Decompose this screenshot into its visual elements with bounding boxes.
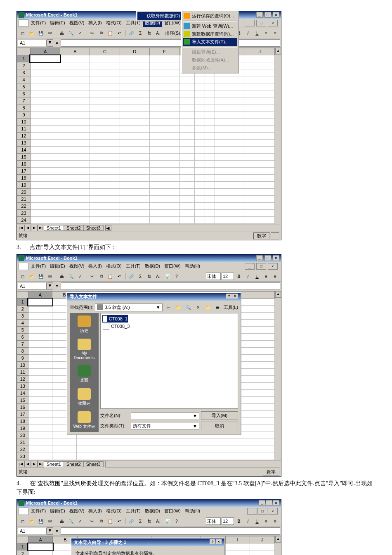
cell[interactable] xyxy=(90,210,120,217)
cell[interactable] xyxy=(179,76,195,83)
cell[interactable] xyxy=(60,126,90,133)
cell[interactable] xyxy=(245,69,274,76)
cell[interactable] xyxy=(60,133,90,140)
row-header[interactable]: 2 xyxy=(17,550,28,555)
back-icon[interactable]: ⇦ xyxy=(164,303,172,311)
font-size-select[interactable]: 12 xyxy=(222,273,234,280)
cell[interactable] xyxy=(52,453,77,460)
cell[interactable] xyxy=(30,217,60,224)
cell[interactable] xyxy=(194,203,205,210)
col-header[interactable]: A xyxy=(28,292,52,299)
cell[interactable] xyxy=(194,97,205,104)
cell[interactable] xyxy=(30,97,60,104)
tab-nav-next-icon[interactable]: ▶ xyxy=(31,461,38,467)
row-header[interactable]: 16 xyxy=(17,404,28,411)
row-header[interactable]: 22 xyxy=(17,203,31,210)
menu-tools[interactable]: 工具(T) xyxy=(124,508,142,515)
cell[interactable] xyxy=(245,147,274,154)
cell[interactable] xyxy=(250,543,275,550)
cell[interactable] xyxy=(194,189,205,196)
name-box[interactable]: A1 xyxy=(18,528,47,534)
cell[interactable] xyxy=(149,196,179,203)
cell[interactable] xyxy=(149,189,179,196)
cell[interactable] xyxy=(120,97,149,104)
copy-icon[interactable]: ⧉ xyxy=(97,272,105,280)
cell[interactable] xyxy=(194,133,205,140)
menu-get-external[interactable]: 获取外部数据(D) ▸ xyxy=(137,12,187,20)
cell[interactable] xyxy=(120,90,149,97)
cell[interactable] xyxy=(120,147,149,154)
row-header[interactable]: 7 xyxy=(17,97,31,104)
fx-icon[interactable]: fx xyxy=(145,29,153,37)
cell[interactable] xyxy=(52,439,77,446)
cell[interactable] xyxy=(149,76,179,83)
up-icon[interactable]: 📁 xyxy=(174,303,182,311)
cell[interactable] xyxy=(90,111,120,119)
chart-icon[interactable]: 📊 xyxy=(163,272,172,280)
cell[interactable] xyxy=(30,147,60,154)
sidebar-web[interactable]: Web 文件夹 xyxy=(70,409,99,432)
sigma-icon[interactable]: Σ xyxy=(136,517,144,525)
views-icon[interactable]: ☰ xyxy=(214,303,222,311)
cell[interactable] xyxy=(60,147,90,154)
tab-nav-next-icon[interactable]: ▶ xyxy=(31,225,38,231)
col-header[interactable]: E xyxy=(149,48,179,55)
cell[interactable] xyxy=(245,182,274,189)
cell[interactable] xyxy=(90,140,120,147)
scroll-up-icon[interactable]: ▲ xyxy=(275,536,281,543)
row-header[interactable]: 18 xyxy=(17,418,28,425)
paste-icon[interactable]: 📋 xyxy=(106,517,114,525)
cell[interactable] xyxy=(90,182,120,189)
scroll-up-icon[interactable]: ▲ xyxy=(275,48,281,55)
cell[interactable] xyxy=(30,55,60,62)
cell[interactable] xyxy=(120,182,149,189)
import-button[interactable]: 导入(M) xyxy=(201,411,238,420)
cell[interactable] xyxy=(52,446,77,453)
cell[interactable] xyxy=(179,196,195,203)
row-header[interactable]: 21 xyxy=(17,439,28,446)
dialog-close-icon[interactable]: × xyxy=(232,294,238,299)
cell[interactable] xyxy=(215,168,245,175)
row-header[interactable]: 13 xyxy=(17,383,28,390)
cell[interactable] xyxy=(205,97,215,104)
doc-close-icon[interactable]: × xyxy=(268,20,278,26)
cell[interactable] xyxy=(60,55,90,62)
cell[interactable] xyxy=(60,189,90,196)
cell[interactable] xyxy=(120,76,149,83)
cell[interactable] xyxy=(30,189,60,196)
cell[interactable] xyxy=(245,210,274,217)
cell[interactable] xyxy=(90,147,120,154)
spell-icon[interactable]: ✓ xyxy=(76,517,84,525)
cell[interactable] xyxy=(120,133,149,140)
cell[interactable] xyxy=(149,69,179,76)
name-box-arrow-icon[interactable]: ▼ xyxy=(47,282,53,290)
align-left-icon[interactable]: ≡ xyxy=(262,272,270,280)
row-header[interactable]: 1 xyxy=(17,55,31,62)
save-icon[interactable]: 💾 xyxy=(37,517,45,525)
cell[interactable] xyxy=(245,55,274,62)
cell[interactable] xyxy=(149,217,179,224)
cell[interactable] xyxy=(30,90,60,97)
cell[interactable] xyxy=(30,133,60,140)
tab-nav-first-icon[interactable]: |◀ xyxy=(18,225,24,231)
cell[interactable] xyxy=(179,217,195,224)
cell[interactable] xyxy=(60,119,90,126)
cell[interactable] xyxy=(28,439,52,446)
cell[interactable] xyxy=(30,76,60,83)
cell[interactable] xyxy=(149,140,179,147)
cell[interactable] xyxy=(120,140,149,147)
cell[interactable] xyxy=(179,210,195,217)
cell[interactable] xyxy=(28,453,52,460)
close-icon[interactable]: × xyxy=(273,500,279,506)
cell[interactable] xyxy=(120,126,149,133)
cell[interactable] xyxy=(179,126,195,133)
cell[interactable] xyxy=(90,69,120,76)
select-all-corner[interactable] xyxy=(17,48,31,55)
cell[interactable] xyxy=(245,140,274,147)
cell[interactable] xyxy=(245,111,274,119)
menu-view[interactable]: 视图(V) xyxy=(68,19,86,27)
row-header[interactable]: 9 xyxy=(17,355,28,362)
cell[interactable] xyxy=(194,119,205,126)
copy-icon[interactable]: ⧉ xyxy=(97,29,105,37)
select-all-corner[interactable] xyxy=(17,292,28,299)
